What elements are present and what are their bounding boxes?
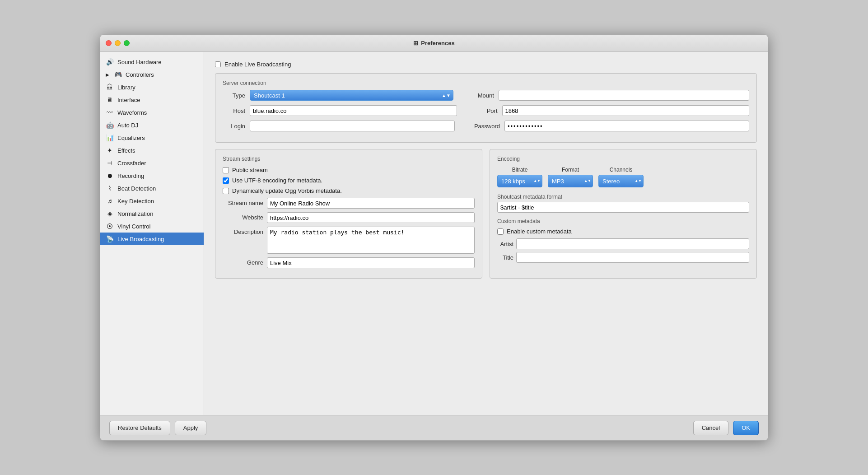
stream-name-row: Stream name [223, 198, 475, 209]
channels-label: Channels [598, 167, 644, 173]
sidebar-item-library[interactable]: 🏛 Library [100, 81, 204, 93]
enable-live-broadcasting-label[interactable]: Enable Live Broadcasting [224, 61, 291, 68]
sidebar-item-sound-hardware[interactable]: 🔊 Sound Hardware [100, 56, 204, 68]
login-label: Login [223, 123, 245, 130]
sidebar-item-controllers[interactable]: ▶ 🎮 Controllers [100, 68, 204, 81]
port-input[interactable] [502, 105, 749, 116]
password-input[interactable] [504, 121, 749, 131]
type-mount-row: Type Shoutcast 1 Shoutcast 2 Icecast 2 ▲… [223, 90, 749, 101]
port-label: Port [471, 107, 498, 114]
window-title: ⊞ Preferences [413, 40, 454, 47]
sound-hardware-icon: 🔊 [106, 58, 114, 65]
utf8-row: Use UTF-8 encoding for metadata. [223, 177, 475, 184]
restore-defaults-button[interactable]: Restore Defaults [109, 421, 170, 435]
type-select-wrapper: Shoutcast 1 Shoutcast 2 Icecast 2 ▲▼ [250, 90, 453, 101]
normalization-icon: ◈ [106, 210, 114, 217]
maximize-button[interactable] [124, 40, 130, 46]
title-input[interactable] [516, 252, 749, 263]
main-content: 🔊 Sound Hardware ▶ 🎮 Controllers 🏛 Libra… [100, 52, 768, 415]
auto-dj-icon: 🤖 [106, 121, 114, 129]
beat-detection-icon: ⌇ [106, 185, 114, 192]
channels-col: Channels Stereo Mono [598, 167, 644, 187]
bitrate-select[interactable]: 64 kbps 128 kbps 192 kbps 320 kbps [497, 175, 542, 187]
stream-name-input[interactable] [267, 198, 475, 209]
encoding-selects-row: Bitrate 64 kbps 128 kbps 192 kbps 320 kb… [497, 167, 749, 187]
description-row: Description My radio station plays the b… [223, 227, 475, 254]
description-textarea[interactable]: My radio station plays the best music! [267, 227, 475, 254]
preferences-window: ⊞ Preferences 🔊 Sound Hardware ▶ 🎮 Contr… [100, 34, 768, 441]
encoding-label: Encoding [497, 156, 749, 162]
sidebar-item-beat-detection[interactable]: ⌇ Beat Detection [100, 182, 204, 195]
website-input[interactable] [267, 212, 475, 223]
equalizers-icon: 📊 [106, 134, 114, 141]
sidebar-item-effects[interactable]: ✦ Effects [100, 144, 204, 157]
apply-button[interactable]: Apply [175, 421, 207, 435]
format-col: Format MP3 OGG AAC [548, 167, 593, 187]
artist-row: Artist [497, 238, 749, 249]
sidebar-item-waveforms[interactable]: 〰 Waveforms [100, 106, 204, 119]
ogg-label[interactable]: Dynamically update Ogg Vorbis metadata. [232, 187, 342, 194]
mount-input[interactable] [499, 90, 749, 101]
format-select[interactable]: MP3 OGG AAC [548, 175, 593, 187]
format-label: Format [548, 167, 593, 173]
sidebar-item-key-detection[interactable]: ♬ Key Detection [100, 195, 204, 207]
encoding-panel: Encoding Bitrate 64 kbps 128 kbps 192 kb… [490, 149, 757, 279]
close-button[interactable] [106, 40, 112, 46]
sidebar-item-recording[interactable]: ⏺ Recording [100, 169, 204, 182]
bitrate-wrapper: 64 kbps 128 kbps 192 kbps 320 kbps [497, 175, 542, 187]
sidebar-item-auto-dj[interactable]: 🤖 Auto DJ [100, 119, 204, 131]
stream-name-label: Stream name [223, 198, 263, 206]
enable-custom-meta-label[interactable]: Enable custom metadata [507, 228, 572, 235]
shoutcast-meta-input[interactable] [497, 202, 749, 213]
genre-input[interactable] [267, 257, 475, 268]
ogg-checkbox[interactable] [223, 188, 229, 194]
effects-icon: ✦ [106, 147, 114, 154]
title-label: Title [497, 254, 513, 261]
enable-custom-meta-row: Enable custom metadata [497, 228, 749, 235]
library-icon: 🏛 [106, 84, 114, 91]
bitrate-label: Bitrate [497, 167, 542, 173]
login-input[interactable] [250, 121, 455, 131]
type-select[interactable]: Shoutcast 1 Shoutcast 2 Icecast 2 [250, 90, 453, 101]
format-wrapper: MP3 OGG AAC [548, 175, 593, 187]
server-connection-box: Server connection Type Shoutcast 1 Shout… [215, 73, 757, 143]
minimize-button[interactable] [115, 40, 121, 46]
type-label: Type [223, 92, 245, 99]
password-label: Password [468, 123, 500, 130]
shoutcast-meta-label: Shoutcast metadata format [497, 194, 749, 200]
sidebar-item-vinyl-control[interactable]: ⦿ Vinyl Control [100, 220, 204, 233]
bottom-bar: Restore Defaults Apply Cancel OK [100, 415, 768, 440]
waveforms-icon: 〰 [106, 109, 114, 116]
title-row: Title [497, 252, 749, 263]
titlebar: ⊞ Preferences [100, 35, 768, 52]
two-panels: Stream settings Public stream Use UTF-8 … [215, 149, 757, 279]
genre-label: Genre [223, 257, 263, 266]
host-input[interactable] [250, 105, 457, 116]
sidebar-item-normalization[interactable]: ◈ Normalization [100, 207, 204, 220]
website-row: Website [223, 212, 475, 223]
ok-button[interactable]: OK [733, 421, 759, 435]
sidebar-item-interface[interactable]: 🖥 Interface [100, 93, 204, 106]
sidebar-item-crossfader[interactable]: ⊣ Crossfader [100, 157, 204, 169]
artist-input[interactable] [516, 238, 749, 249]
sidebar: 🔊 Sound Hardware ▶ 🎮 Controllers 🏛 Libra… [100, 52, 204, 415]
public-stream-label[interactable]: Public stream [232, 167, 268, 173]
utf8-checkbox[interactable] [223, 177, 229, 184]
custom-metadata-label: Custom metadata [497, 218, 749, 224]
cancel-button[interactable]: Cancel [693, 421, 728, 435]
sidebar-item-live-broadcasting[interactable]: 📡 Live Broadcasting [100, 233, 204, 245]
controllers-icon: 🎮 [114, 71, 122, 78]
ogg-row: Dynamically update Ogg Vorbis metadata. [223, 187, 475, 194]
channels-select[interactable]: Stereo Mono [598, 175, 644, 187]
stream-settings-label: Stream settings [223, 156, 475, 162]
enable-custom-meta-checkbox[interactable] [497, 228, 504, 235]
genre-row: Genre [223, 257, 475, 268]
key-detection-icon: ♬ [106, 197, 114, 205]
public-stream-checkbox[interactable] [223, 167, 229, 173]
public-stream-row: Public stream [223, 167, 475, 173]
utf8-label[interactable]: Use UTF-8 encoding for metadata. [232, 177, 322, 184]
sidebar-item-equalizers[interactable]: 📊 Equalizers [100, 131, 204, 144]
artist-label: Artist [497, 241, 513, 247]
enable-live-broadcasting-checkbox[interactable] [215, 61, 221, 67]
bitrate-col: Bitrate 64 kbps 128 kbps 192 kbps 320 kb… [497, 167, 542, 187]
